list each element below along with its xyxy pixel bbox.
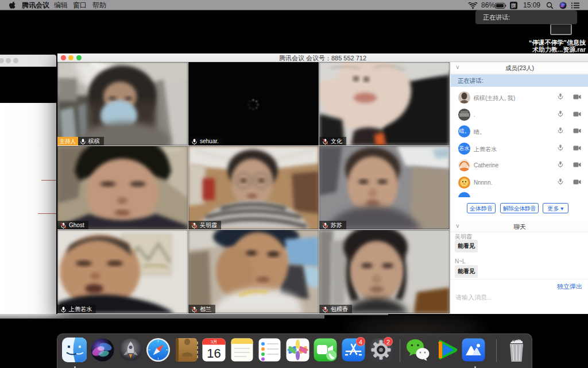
svg-text:16: 16 (207, 346, 220, 361)
svg-text:拼: 拼 (510, 3, 516, 9)
svg-text:3月: 3月 (211, 339, 218, 344)
